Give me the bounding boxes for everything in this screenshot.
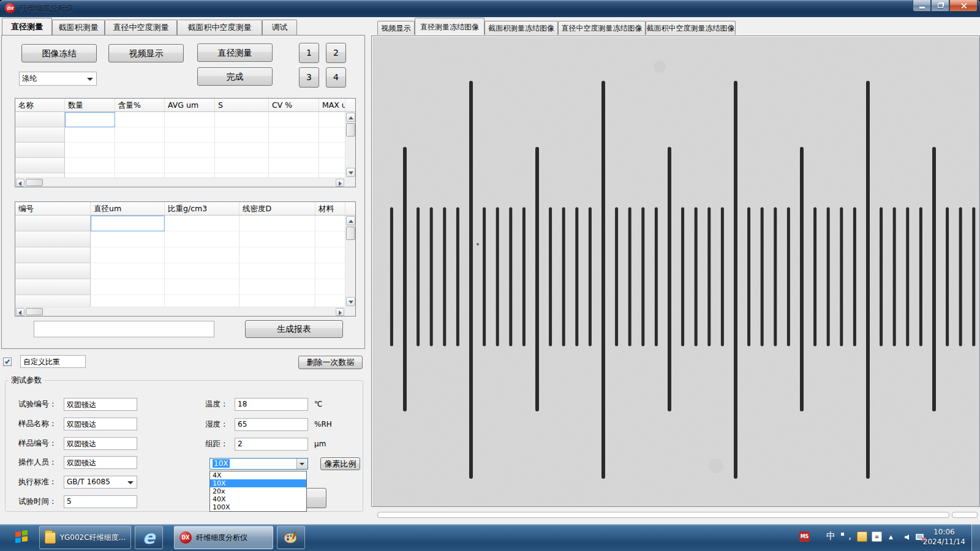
row-header-cell[interactable]	[15, 127, 65, 143]
table-cell[interactable]	[315, 247, 345, 263]
scroll-left-icon[interactable]	[16, 308, 24, 316]
video-display-button[interactable]: 视频显示	[108, 44, 184, 62]
table-cell[interactable]	[115, 127, 165, 143]
group-distance-input[interactable]: 2	[235, 438, 308, 451]
row-header-cell[interactable]	[15, 231, 91, 247]
table-cell[interactable]	[315, 216, 345, 231]
stats-table-header-cell[interactable]: CV %	[269, 99, 319, 111]
row-header-cell[interactable]	[15, 158, 65, 173]
tab-right-4[interactable]: 直径中空度测量冻结图像	[558, 21, 646, 35]
volume-icon[interactable]	[905, 534, 909, 540]
vscroll-thumb[interactable]	[346, 227, 355, 240]
table-cell[interactable]	[239, 279, 315, 295]
table-cell[interactable]	[165, 112, 215, 127]
table-cell[interactable]	[165, 127, 215, 143]
sample-name-input[interactable]: 双固顿达	[64, 418, 137, 430]
test-time-input[interactable]: 5	[64, 495, 137, 508]
fiber-table-header-cell[interactable]: 比重g/cm3	[165, 202, 239, 215]
pad-button-4[interactable]: 4	[326, 67, 346, 88]
row-header-cell[interactable]	[15, 247, 91, 263]
table-cell[interactable]	[315, 231, 345, 247]
frozen-image-viewport[interactable]	[371, 36, 980, 507]
custom-density-input[interactable]: 自定义比重	[20, 355, 86, 368]
temperature-input[interactable]: 18	[235, 398, 308, 411]
table-cell[interactable]	[115, 143, 165, 158]
tab-right-2[interactable]: 直径测量冻结图像	[415, 18, 484, 35]
table-cell[interactable]	[215, 127, 269, 143]
taskbar-item-internet-explorer[interactable]: e	[135, 526, 163, 549]
freeze-image-button[interactable]: 图像冻结	[21, 44, 97, 62]
stats-table-header-cell[interactable]: 含量%	[115, 99, 165, 111]
table-cell[interactable]	[165, 247, 239, 263]
show-desktop-button[interactable]	[971, 524, 980, 551]
magnification-combobox[interactable]: 10X	[209, 458, 308, 470]
table-cell[interactable]	[165, 263, 239, 279]
table-cell[interactable]	[315, 263, 345, 279]
row-header-cell[interactable]	[15, 295, 91, 307]
stats-table-header-cell[interactable]: 名称	[15, 99, 65, 111]
stats-table-header-cell[interactable]: S	[215, 99, 269, 111]
report-name-input[interactable]	[34, 321, 214, 337]
test-number-input[interactable]: 双固顿达	[64, 398, 137, 411]
start-button[interactable]	[7, 523, 36, 551]
table-cell[interactable]	[91, 263, 165, 279]
stats-table-header-cell[interactable]: MAX um	[319, 99, 345, 111]
taskbar-item-app[interactable]: DX 纤维细度分析仪	[174, 526, 273, 549]
tab-left-4[interactable]: 截面积中空度测量	[177, 20, 262, 35]
table-cell[interactable]	[239, 295, 315, 307]
finish-button[interactable]: 完成	[197, 67, 273, 86]
ime-pinyin-icon[interactable]: MS	[799, 531, 810, 542]
diameter-measure-button[interactable]: 直径测量	[197, 43, 273, 62]
table-cell[interactable]	[91, 216, 165, 231]
row-header-cell[interactable]	[15, 173, 65, 178]
scroll-up-icon[interactable]	[346, 113, 355, 122]
stats-table-hscrollbar[interactable]	[15, 178, 345, 187]
ime-punctuation-icon[interactable]: ,	[848, 530, 851, 541]
table-cell[interactable]	[65, 173, 115, 178]
table-cell[interactable]	[269, 173, 319, 178]
table-cell[interactable]	[319, 127, 345, 143]
scroll-down-icon[interactable]	[346, 297, 355, 306]
table-cell[interactable]	[239, 216, 315, 231]
table-cell[interactable]	[115, 158, 165, 173]
taskbar-item-paint[interactable]	[277, 526, 305, 549]
ime-dot-icon[interactable]	[841, 533, 844, 536]
pad-button-1[interactable]: 1	[299, 43, 319, 63]
humidity-input[interactable]: 65	[235, 418, 308, 431]
dropdown-option-100X[interactable]: 100X	[210, 503, 306, 511]
taskbar-item-folder[interactable]: YG002C纤维细度...	[39, 526, 131, 549]
tab-left-3[interactable]: 直径中空度测量	[105, 20, 177, 35]
scroll-right-icon[interactable]	[336, 308, 344, 316]
table-cell[interactable]	[91, 231, 165, 247]
fiber-table-vscrollbar[interactable]	[345, 216, 355, 307]
table-cell[interactable]	[215, 158, 269, 173]
row-header-cell[interactable]	[15, 143, 65, 158]
table-cell[interactable]	[65, 158, 115, 173]
generate-report-button[interactable]: 生成报表	[245, 320, 343, 338]
pad-button-2[interactable]: 2	[326, 43, 346, 63]
table-cell[interactable]	[165, 295, 239, 307]
table-cell[interactable]	[269, 158, 319, 173]
fiber-table-header-cell[interactable]: 材料	[315, 202, 345, 215]
table-cell[interactable]	[239, 231, 315, 247]
table-cell[interactable]	[65, 143, 115, 158]
table-cell[interactable]	[165, 158, 215, 173]
table-cell[interactable]	[165, 143, 215, 158]
ime-skin-icon[interactable]	[857, 531, 867, 542]
minimize-button[interactable]	[913, 0, 931, 12]
table-cell[interactable]	[215, 173, 269, 178]
ime-language-mode[interactable]: 中	[826, 530, 835, 542]
tray-clock[interactable]: 10:06 2024/11/14	[923, 527, 965, 547]
table-cell[interactable]	[239, 263, 315, 279]
tab-right-3[interactable]: 截面积测量冻结图像	[484, 21, 558, 35]
sample-number-input[interactable]: 双固顿达	[64, 437, 137, 450]
table-cell[interactable]	[165, 216, 239, 231]
ime-softkeyboard-icon[interactable]: ≡	[872, 531, 882, 542]
table-cell[interactable]	[239, 247, 315, 263]
table-cell[interactable]	[269, 143, 319, 158]
image-horizontal-scrollbar[interactable]	[377, 512, 949, 518]
table-cell[interactable]	[65, 112, 115, 127]
hscroll-thumb[interactable]	[26, 308, 43, 315]
table-cell[interactable]	[315, 295, 345, 307]
pad-button-3[interactable]: 3	[299, 67, 319, 88]
